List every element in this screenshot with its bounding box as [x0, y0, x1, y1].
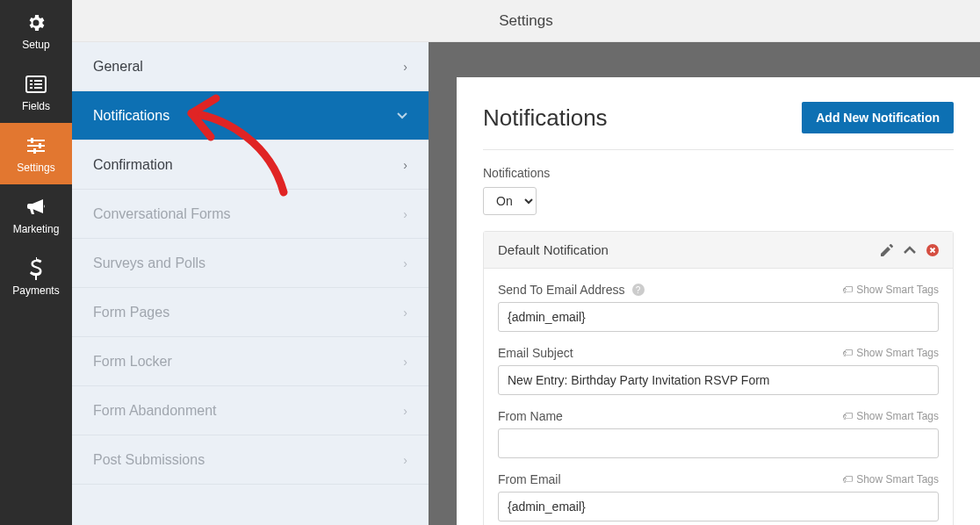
sidebar-label: Setup: [22, 39, 49, 51]
notification-card: Default Notification Send To Email Addre…: [483, 231, 954, 525]
chevron-right-icon: ›: [403, 306, 407, 320]
settings-item-form-pages[interactable]: Form Pages ›: [72, 288, 429, 337]
settings-item-conversational-forms[interactable]: Conversational Forms ›: [72, 190, 429, 239]
settings-subpanel: General › Notifications Confirmation › C…: [72, 42, 429, 525]
svg-rect-5: [30, 87, 32, 89]
send-to-input[interactable]: [498, 302, 939, 332]
notifications-toggle-group: Notifications On: [483, 166, 954, 215]
svg-rect-10: [39, 143, 41, 148]
settings-item-surveys-polls[interactable]: Surveys and Polls ›: [72, 239, 429, 288]
notifications-toggle-select[interactable]: On: [483, 187, 537, 215]
show-smart-tags-link[interactable]: 🏷 Show Smart Tags: [842, 347, 939, 359]
from-email-input[interactable]: [498, 492, 939, 521]
svg-rect-4: [34, 83, 42, 85]
field-label: From Email: [498, 472, 561, 486]
field-from-name: From Name 🏷 Show Smart Tags: [498, 409, 939, 458]
field-from-email: From Email 🏷 Show Smart Tags: [498, 472, 939, 521]
notification-card-title: Default Notification: [498, 242, 609, 257]
gear-icon: [24, 11, 48, 35]
chevron-right-icon: ›: [403, 256, 407, 270]
notification-card-body: Send To Email Address ? 🏷 Show Smart Tag…: [484, 269, 953, 525]
tag-icon: 🏷: [842, 284, 853, 296]
field-email-subject: Email Subject 🏷 Show Smart Tags: [498, 346, 939, 395]
show-smart-tags-link[interactable]: 🏷 Show Smart Tags: [842, 473, 939, 485]
settings-item-label: Form Locker: [93, 354, 172, 370]
chevron-right-icon: ›: [403, 158, 407, 172]
settings-item-label: Conversational Forms: [93, 206, 231, 222]
sidebar-item-payments[interactable]: Payments: [0, 246, 72, 307]
email-subject-input[interactable]: [498, 365, 939, 395]
sidebar-item-fields[interactable]: Fields: [0, 61, 72, 123]
sidebar-label: Fields: [22, 100, 50, 112]
settings-item-confirmation[interactable]: Confirmation ›: [72, 140, 429, 190]
settings-item-notifications[interactable]: Notifications: [72, 91, 429, 140]
chevron-up-icon[interactable]: [904, 246, 916, 255]
notification-card-actions: [881, 244, 939, 256]
settings-item-label: Notifications: [93, 108, 169, 124]
sidebar-item-settings[interactable]: Settings: [0, 123, 72, 184]
bullhorn-icon: [24, 195, 48, 219]
page-title: Settings: [499, 12, 552, 30]
settings-item-form-locker[interactable]: Form Locker ›: [72, 337, 429, 386]
settings-item-general[interactable]: General ›: [72, 42, 429, 91]
svg-rect-2: [34, 80, 42, 82]
svg-rect-3: [30, 83, 32, 85]
chevron-right-icon: ›: [403, 355, 407, 369]
dollar-icon: [24, 256, 48, 281]
tag-icon: 🏷: [842, 347, 853, 359]
svg-rect-12: [33, 148, 36, 154]
field-send-to: Send To Email Address ? 🏷 Show Smart Tag…: [498, 283, 939, 332]
add-new-notification-button[interactable]: Add New Notification: [802, 102, 954, 133]
content-panel: Notifications Add New Notification Notif…: [457, 77, 980, 525]
settings-item-label: Post Submissions: [93, 452, 205, 468]
field-label: Send To Email Address ?: [498, 283, 645, 297]
sidebar-item-setup[interactable]: Setup: [0, 0, 72, 61]
settings-item-label: Form Pages: [93, 305, 169, 320]
edit-icon[interactable]: [881, 244, 893, 256]
chevron-right-icon: ›: [403, 60, 407, 74]
field-label: Email Subject: [498, 346, 573, 360]
svg-rect-8: [31, 138, 33, 143]
from-name-input[interactable]: [498, 428, 939, 458]
settings-item-form-abandonment[interactable]: Form Abandonment ›: [72, 386, 429, 435]
sidebar-label: Marketing: [13, 223, 60, 235]
sidebar-item-marketing[interactable]: Marketing: [0, 184, 72, 246]
sliders-icon: [24, 133, 48, 158]
settings-item-label: Surveys and Polls: [93, 255, 205, 271]
notification-card-header: Default Notification: [484, 232, 953, 269]
svg-rect-6: [34, 87, 42, 89]
svg-rect-7: [27, 140, 45, 141]
delete-icon[interactable]: [926, 244, 939, 256]
settings-item-post-submissions[interactable]: Post Submissions ›: [72, 435, 429, 485]
svg-rect-9: [27, 145, 45, 147]
chevron-right-icon: ›: [403, 404, 407, 418]
sidebar-label: Payments: [12, 284, 59, 297]
svg-rect-1: [30, 80, 32, 82]
field-label: From Name: [498, 409, 563, 423]
chevron-down-icon: [397, 112, 407, 119]
tag-icon: 🏷: [842, 473, 853, 485]
list-icon: [24, 72, 48, 97]
sidebar-label: Settings: [17, 162, 54, 174]
content-heading: Notifications: [483, 104, 608, 132]
content-header: Notifications Add New Notification: [483, 102, 954, 150]
notifications-toggle-label: Notifications: [483, 166, 954, 180]
tag-icon: 🏷: [842, 410, 853, 422]
settings-item-label: Confirmation: [93, 157, 173, 173]
main-sidebar: Setup Fields Settings Marketing Payments: [0, 0, 72, 525]
show-smart-tags-link[interactable]: 🏷 Show Smart Tags: [842, 410, 939, 422]
chevron-right-icon: ›: [403, 207, 407, 221]
help-icon[interactable]: ?: [632, 284, 645, 296]
topbar: Settings: [72, 0, 980, 42]
chevron-right-icon: ›: [403, 453, 407, 467]
settings-item-label: Form Abandonment: [93, 403, 217, 419]
settings-item-label: General: [93, 59, 143, 75]
show-smart-tags-link[interactable]: 🏷 Show Smart Tags: [842, 284, 939, 296]
